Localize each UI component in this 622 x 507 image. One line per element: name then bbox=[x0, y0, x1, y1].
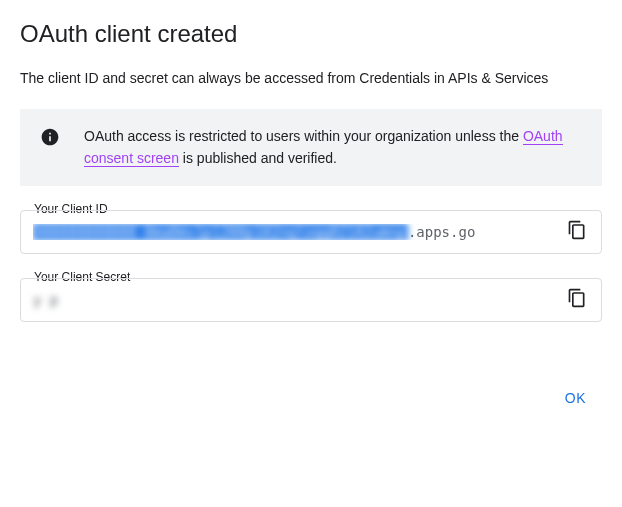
info-text-before: OAuth access is restricted to users with… bbox=[84, 128, 523, 144]
client-id-value-box[interactable]: 000000000000-0ma0mv1p1200p102nqtoqq02102… bbox=[20, 210, 602, 254]
info-text: OAuth access is restricted to users with… bbox=[84, 125, 586, 170]
info-icon bbox=[40, 127, 60, 147]
copy-icon bbox=[567, 220, 587, 243]
ok-button[interactable]: OK bbox=[549, 382, 602, 414]
client-secret-value: y p_ bbox=[33, 292, 67, 308]
copy-client-id-button[interactable] bbox=[561, 216, 593, 248]
client-id-field: Your Client ID 000000000000-0ma0mv1p1200… bbox=[20, 210, 602, 254]
dialog-title: OAuth client created bbox=[20, 20, 602, 48]
client-id-value: 000000000000-0ma0mv1p1200p102nqtoqq02102… bbox=[33, 224, 475, 240]
client-secret-value-box[interactable]: y p_ bbox=[20, 278, 602, 322]
dialog-actions: OK bbox=[20, 382, 602, 414]
copy-client-secret-button[interactable] bbox=[561, 284, 593, 316]
dialog-description: The client ID and secret can always be a… bbox=[20, 68, 602, 89]
info-banner: OAuth access is restricted to users with… bbox=[20, 109, 602, 186]
info-text-after: is published and verified. bbox=[179, 150, 337, 166]
client-secret-field: Your Client Secret y p_ bbox=[20, 278, 602, 322]
copy-icon bbox=[567, 288, 587, 311]
